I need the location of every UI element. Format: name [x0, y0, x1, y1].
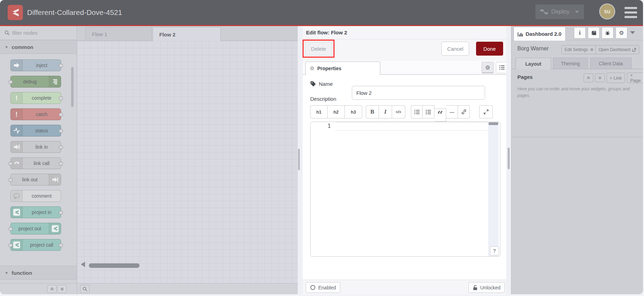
blockquote-button[interactable]: “ [434, 108, 446, 122]
palette-scrollbar[interactable] [71, 67, 74, 107]
deploy-button[interactable]: Deploy [535, 5, 584, 19]
node-output-port[interactable] [59, 129, 63, 133]
italic-button[interactable]: I [379, 105, 392, 118]
tab-theming[interactable]: Theming [553, 58, 588, 69]
project-in-icon [11, 207, 23, 218]
ordered-list-button[interactable] [411, 105, 423, 118]
palette-expand-all-button[interactable] [57, 285, 67, 293]
node-red-logo-icon [8, 5, 23, 20]
canvas-zoom-button[interactable] [80, 285, 90, 293]
palette-node-project-call[interactable]: project call [10, 239, 61, 251]
add-link-button[interactable]: + Link [607, 73, 625, 83]
tab-flow-1[interactable]: Flow 1 [85, 27, 152, 41]
node-input-port[interactable] [9, 227, 12, 231]
code-button[interactable]: </> [392, 105, 405, 118]
delete-button[interactable]: Delete [305, 42, 332, 56]
heading1-button[interactable]: h1 [310, 105, 328, 118]
heading3-button[interactable]: h3 [345, 105, 362, 118]
expand-editor-button[interactable] [479, 105, 493, 118]
link-button[interactable] [458, 105, 470, 118]
node-output-port[interactable] [59, 211, 63, 214]
sidebar-debug-button[interactable] [602, 27, 613, 39]
main-menu-button[interactable] [625, 7, 637, 18]
unordered-list-button[interactable] [423, 105, 434, 118]
tab-dashboard-2[interactable]: Dashboard 2.0 [514, 27, 566, 41]
cancel-button[interactable]: Cancel [441, 42, 469, 56]
move-down-button[interactable] [595, 73, 605, 82]
deploy-caret-icon[interactable] [575, 11, 579, 13]
palette-node-catch[interactable]: ! catch [10, 108, 61, 120]
dashboard-subtab-bar: Layout Theming Client Data [511, 58, 643, 69]
palette-node-comment[interactable]: comment [10, 190, 61, 202]
node-output-port[interactable] [59, 244, 63, 247]
horizontal-rule-button[interactable]: — [446, 105, 458, 118]
open-dashboard-button[interactable]: Open Dashboard [595, 45, 639, 54]
palette-category-function[interactable]: ▾ function [0, 266, 77, 280]
palette-node-link-call[interactable]: link call [10, 157, 61, 169]
properties-tab-bar: ⚙ Properties ⚙ [303, 61, 509, 75]
flow-enabled-toggle[interactable]: Enabled [306, 282, 340, 293]
node-output-port[interactable] [59, 162, 63, 165]
palette-node-link-out[interactable]: link out [10, 174, 61, 186]
add-page-button[interactable]: + Page [627, 73, 643, 83]
inject-icon [11, 60, 23, 71]
tag-icon [310, 81, 316, 87]
workspace-grid[interactable] [77, 41, 301, 283]
flow-name-input[interactable] [352, 86, 485, 100]
node-input-port[interactable] [9, 162, 12, 165]
tray-content: Name Description h1 h2 h3 B I </> [303, 81, 509, 257]
palette-node-link-in[interactable]: link in [10, 141, 61, 153]
editor-help-button[interactable]: ? [490, 246, 499, 255]
done-button[interactable]: Done [476, 42, 503, 56]
node-input-port[interactable] [9, 80, 12, 84]
user-avatar[interactable]: su [599, 3, 615, 19]
workspace-footer [0, 283, 301, 294]
sidebar-help-button[interactable] [588, 27, 600, 39]
editor-active-line[interactable] [336, 122, 488, 131]
palette-node-project-in[interactable]: project in [10, 206, 61, 218]
edit-properties-button[interactable]: ⚙ [482, 62, 494, 73]
heading2-button[interactable]: h2 [328, 105, 345, 118]
tray-resize-handle[interactable] [298, 26, 303, 294]
flow-canvas: Flow 1 Flow 2 [77, 26, 301, 283]
status-icon [11, 125, 23, 136]
tab-flow-2[interactable]: Flow 2 [153, 27, 221, 41]
palette-filter[interactable]: filter nodes [0, 26, 77, 40]
palette-category-common[interactable]: ▾ common [0, 40, 77, 54]
sidebar-config-button[interactable]: ⚙ [616, 27, 627, 39]
editor-scroll-track[interactable] [488, 122, 499, 256]
node-input-port[interactable] [9, 244, 12, 247]
node-output-port[interactable] [59, 97, 63, 100]
canvas-horizontal-scrollbar[interactable] [89, 263, 139, 268]
tab-client-data[interactable]: Client Data [590, 58, 632, 69]
node-input-port[interactable] [9, 178, 12, 182]
markdown-toolbar: h1 h2 h3 B I </> “ — [303, 105, 509, 118]
canvas-scroll-left-icon[interactable] [81, 262, 85, 267]
palette-node-debug[interactable]: debug [10, 76, 61, 88]
node-output-port[interactable] [59, 64, 63, 67]
palette-node-status[interactable]: status [10, 125, 61, 137]
palette-node-project-out[interactable]: project out [10, 223, 61, 235]
palette-filter-placeholder: filter nodes [12, 30, 37, 36]
tab-layout[interactable]: Layout [516, 58, 551, 69]
tray-footer: Enabled Unlocked [303, 280, 509, 294]
comment-icon [11, 190, 23, 202]
bold-button[interactable]: B [366, 105, 379, 118]
debug-icon [49, 76, 61, 87]
sidebar-resize-handle[interactable] [506, 26, 511, 294]
move-up-button[interactable] [584, 73, 593, 82]
sidebar-info-button[interactable]: i [574, 27, 586, 39]
palette-node-inject[interactable]: inject [10, 59, 61, 71]
project-call-icon [11, 239, 23, 250]
node-output-port[interactable] [59, 146, 63, 149]
editor-scroll-thumb[interactable] [489, 122, 498, 125]
tab-properties[interactable]: ⚙ Properties [305, 61, 380, 75]
description-editor[interactable]: 1 ? [310, 122, 500, 257]
palette-node-complete[interactable]: ! complete [10, 92, 61, 104]
flow-locked-toggle[interactable]: Unlocked [468, 282, 505, 293]
palette-collapse-all-button[interactable] [47, 285, 57, 293]
sidebar-tabs-dropdown[interactable] [630, 31, 635, 34]
catch-icon: ! [11, 109, 23, 120]
edit-settings-button[interactable]: Edit Settings ⚙ [561, 45, 596, 54]
node-output-port[interactable] [59, 113, 63, 116]
